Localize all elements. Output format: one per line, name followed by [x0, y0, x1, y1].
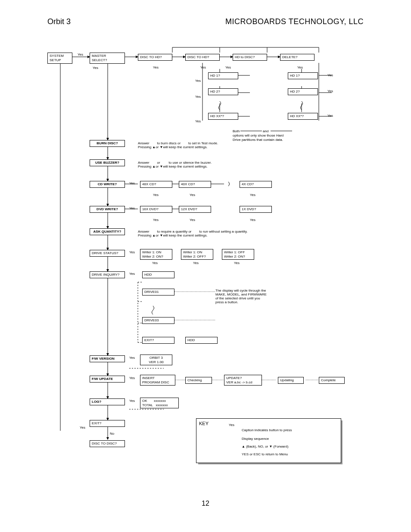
yes-lbl: Yes — [195, 79, 201, 83]
node-disc-to-disc: DISC TO DISC? — [90, 440, 125, 447]
key-panel: KEY Yes Caption indicates button to pres… — [196, 418, 341, 463]
yes-lbl: Yes — [129, 272, 135, 276]
node-hd2-b: HD 2? — [288, 88, 318, 95]
node-ds-b: Writer 1: ON Writer 2: OFF? — [181, 249, 213, 260]
use-buzzer-text: Answer or to use or silence the buzzer. … — [138, 161, 212, 168]
node-dvd-1x: 1X DVD? — [240, 206, 272, 213]
yes-lbl: Yes — [152, 261, 158, 265]
key-back-fwd: ▲ (Back), NO, or ▼ (Forward) — [242, 445, 288, 448]
yes-lbl: Yes — [129, 399, 135, 403]
node-di-hdd2: HDD — [185, 337, 218, 344]
node-hd-to-disc: HD to DISC? — [233, 54, 267, 61]
page: Orbit 3 MICROBOARDS TECHNOLOGY, LLC 12 — [0, 0, 411, 532]
yes-lbl: Yes — [193, 261, 199, 265]
hd-note-both: Both — [233, 129, 240, 133]
key-title: KEY — [199, 421, 209, 426]
yes-lbl: Yes — [129, 376, 135, 380]
node-fwu-e: Complete — [319, 377, 345, 384]
node-cd-4x: 4X CD? — [240, 181, 272, 188]
yes-lbl: Yes — [234, 261, 240, 265]
yes-lbl: Yes — [129, 250, 135, 254]
node-hd2-a: HD 2? — [208, 88, 238, 95]
node-disc-to-hd-2: DISC TO HD? — [185, 54, 220, 61]
yes-lbl: Yes — [225, 65, 231, 69]
hd-note-and: and — [263, 129, 268, 133]
yes-lbl: Yes — [129, 206, 135, 210]
node-fwu-d: Updating — [278, 377, 304, 384]
yes-lbl: Yes — [327, 114, 333, 118]
node-di-d01: DRIVE01 — [142, 289, 174, 296]
node-exit: EXIT? — [90, 420, 125, 427]
node-ds-c: Writer 1: OFF Writer 2: ON? — [222, 249, 254, 260]
yes-lbl: Yes — [195, 95, 201, 99]
node-log-val: OK xxxxxxx TOTAL xxxxxxx — [140, 398, 179, 408]
node-ds-a: Writer 1: ON Writer 2: ON? — [140, 249, 172, 260]
drive-inquiry-note: The display will cycle through the MAKE,… — [215, 289, 267, 304]
node-drive-inquiry: DRIVE INQUIRY? — [90, 271, 125, 278]
yes-lbl: Yes — [195, 119, 201, 123]
node-fw-update: F/W UPDATE — [90, 376, 125, 383]
ask-quantity-text: Answer to require a quantity or to run w… — [138, 230, 248, 237]
node-fwu-b: Checking — [185, 377, 212, 384]
node-cd-48x: 48X CD? — [140, 181, 172, 188]
node-fw-version-val: ORBIT 3 VER 1.00 — [140, 355, 172, 365]
yes-lbl: Yes — [297, 65, 303, 69]
no-lbl: No — [110, 432, 114, 436]
node-master-select: MASTER SELECT? — [90, 53, 125, 64]
node-ask-quantity: ASK QUANTITY? — [90, 228, 125, 235]
node-delete: DELETE? — [280, 54, 314, 61]
key-display-seq: Display sequence — [242, 437, 269, 441]
yes-lbl: Yes — [327, 89, 333, 93]
yes-lbl: Yes — [200, 65, 206, 69]
node-burn-disc: BURN DISC? — [90, 140, 125, 147]
node-log: LOG? — [90, 398, 125, 405]
burn-disc-text: Answer to burn discs or to set in Test m… — [138, 141, 218, 149]
yes-lbl: Yes — [153, 218, 159, 222]
key-caption: Caption indicates button to press — [242, 428, 292, 432]
hd-note-2: options will only show those Hard — [233, 134, 283, 137]
node-fwu-a: INSERT PROGRAM DISC — [140, 375, 175, 386]
node-di-exit: EXIT? — [142, 337, 174, 344]
yes-lbl: Yes — [190, 193, 195, 197]
yes-lbl: Yes — [78, 53, 83, 56]
yes-lbl: Yes — [327, 73, 333, 77]
node-hdxx-b: HD XX*? — [288, 113, 318, 120]
yes-lbl: Yes — [153, 65, 159, 69]
node-dvd-write: DVD WRITE? — [90, 206, 125, 213]
node-dvd-16x: 16X DVD? — [140, 206, 172, 213]
node-system-setup: SYSTEM SETUP — [47, 53, 72, 64]
node-use-buzzer: USE BUZZER? — [90, 159, 125, 166]
node-drive-status: DRIVE STATUS? — [90, 250, 125, 257]
yes-lbl: Yes — [129, 356, 135, 360]
node-fwu-c: UPDATE? VER a.bc -> b.cd — [224, 375, 262, 386]
node-hd1-b: HD 1? — [288, 72, 318, 79]
yes-lbl: Yes — [250, 193, 255, 197]
key-yes-sample: Yes — [229, 423, 234, 427]
yes-lbl: Yes — [153, 193, 159, 197]
node-di-d03: DRIVE03 — [142, 317, 174, 324]
yes-lbl: Yes — [190, 218, 195, 222]
yes-lbl: Yes — [129, 181, 135, 185]
node-di-hdd: HDD — [142, 271, 174, 278]
node-hdxx-a: HD XX*? — [208, 113, 238, 120]
node-dvd-12x: 12X DVD? — [179, 206, 211, 213]
node-cd-40x: 40X CD? — [179, 181, 211, 188]
yes-lbl: Yes — [80, 426, 85, 429]
hd-note-3: Drive partitions that contain data. — [233, 138, 283, 142]
yes-lbl: Yes — [93, 66, 98, 70]
key-yes-esc: YES or ESC to return to Menu — [242, 452, 288, 456]
node-cd-write: CD WRITE? — [90, 181, 125, 188]
node-fw-version: F/W VERSION — [90, 355, 125, 362]
node-hd1-a: HD 1? — [208, 72, 238, 79]
node-disc-to-hd-1: DISC TO HD? — [138, 54, 172, 61]
yes-lbl: Yes — [250, 218, 255, 222]
